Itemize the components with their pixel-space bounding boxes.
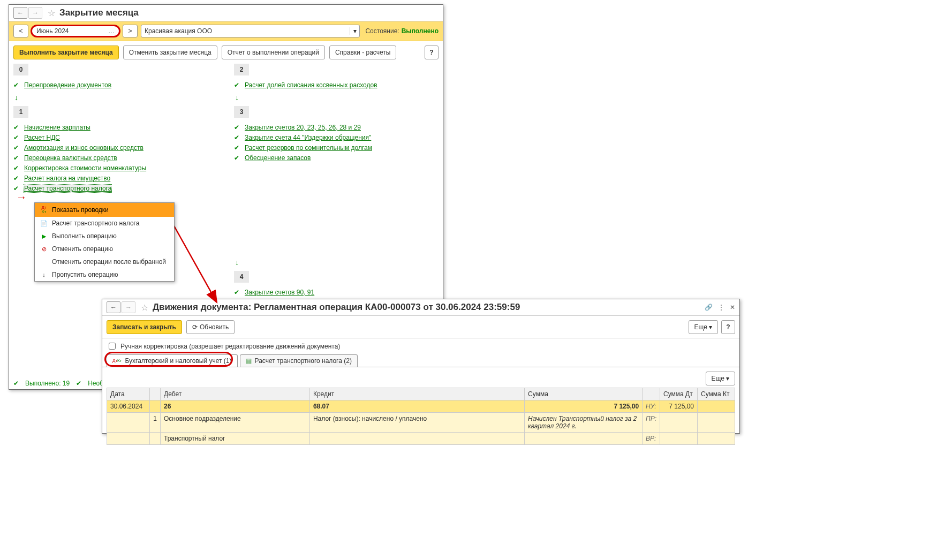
check-icon: ✔ <box>234 124 241 131</box>
dropdown-icon[interactable]: ▾ <box>350 27 359 35</box>
table-row[interactable]: Транспортный налог ВР: <box>107 433 735 445</box>
cell-credit-value: 68.07 <box>313 403 329 410</box>
check-icon: ✔ <box>234 134 241 141</box>
check-icon: ✔ <box>13 81 21 89</box>
menu-execute-op[interactable]: ▶ Выполнить операцию <box>35 230 174 243</box>
op-indirect-costs[interactable]: Расчет долей списания косвенных расходов <box>245 81 377 89</box>
references-button[interactable]: Справки - расчеты <box>329 46 396 59</box>
period-ellipsis-icon[interactable]: … <box>108 27 115 35</box>
org-select[interactable]: Красивая акация ООО ▾ <box>141 25 360 37</box>
op-vat[interactable]: Расчет НДС <box>24 134 60 141</box>
save-and-close-button[interactable]: Записать и закрыть <box>107 320 182 334</box>
status-line: ✔ Выполнено: 19 ✔ Необхо... <box>13 380 115 387</box>
execute-icon: ▶ <box>39 233 49 240</box>
table-row[interactable]: 1 Основное подразделение Налог (взносы):… <box>107 413 735 433</box>
cell-nu-label: НУ: <box>643 400 660 413</box>
nav-back-button[interactable]: ← <box>13 7 27 19</box>
op-close-44[interactable]: Закрытие счета 44 "Издержки обращения" <box>245 134 371 141</box>
nav-forward-button[interactable]: → <box>28 7 42 19</box>
col-num <box>150 388 161 400</box>
menu-cancel-after[interactable]: Отменить операции после выбранной <box>35 255 174 268</box>
cell-amount-dt <box>660 413 698 433</box>
tab-panel: Еще ▾ Дата Дебет Кредит Сумма Сумма Дт С… <box>102 367 739 449</box>
op-reserves[interactable]: Расчет резервов по сомнительным долгам <box>245 144 372 152</box>
help-button[interactable]: ? <box>425 46 439 59</box>
col-credit: Кредит <box>309 388 524 400</box>
check-icon: ✔ <box>13 175 21 182</box>
nav-back-button[interactable]: ← <box>107 301 120 313</box>
cell-vr-label: ВР: <box>643 433 660 445</box>
more-button[interactable]: Еще ▾ <box>689 320 718 334</box>
period-field[interactable]: Июнь 2024 … <box>31 25 120 37</box>
link-icon[interactable]: 🔗 <box>705 304 713 311</box>
report-button[interactable]: Отчет о выполнении операций <box>222 46 325 59</box>
tab-transport-tax[interactable]: ▦ Расчет транспортного налога (2) <box>240 354 358 367</box>
manual-correction-row: Ручная корректировка (разрешает редактир… <box>102 339 739 353</box>
favorite-star-icon[interactable]: ☆ <box>48 8 55 18</box>
refresh-button[interactable]: ⟳ Обновить <box>186 320 235 334</box>
cancel-icon: ⊘ <box>39 246 49 253</box>
cell-date <box>107 413 150 433</box>
arrow-down-icon: ↓ <box>235 93 439 102</box>
action-bar: Выполнить закрытие месяца Отменить закры… <box>9 41 443 64</box>
check-icon: ✔ <box>13 124 21 131</box>
cell-row-num: 1 <box>150 413 161 433</box>
cell-debit: 26 <box>161 400 310 413</box>
op-close-90-91[interactable]: Закрытие счетов 90, 91 <box>245 289 314 296</box>
op-currency-reval[interactable]: Переоценка валютных средств <box>24 154 117 162</box>
cell-amount-dt <box>660 433 698 445</box>
cell-debit-sub: Основное подразделение <box>161 413 310 433</box>
table-header-row: Дата Дебет Кредит Сумма Сумма Дт Сумма К… <box>107 388 735 400</box>
execute-button[interactable]: Выполнить закрытие месяца <box>13 46 119 59</box>
cancel-close-button[interactable]: Отменить закрытие месяца <box>123 46 217 59</box>
table-row[interactable]: 30.06.2024 26 68.07 7 125,00 НУ: 7 125,0… <box>107 400 735 413</box>
period-next-button[interactable]: > <box>123 25 138 37</box>
cell-amount: 7 125,00 <box>525 400 643 413</box>
close-icon[interactable]: ✕ <box>730 304 735 311</box>
menu-item-label: Расчет транспортного налога <box>52 220 139 227</box>
menu-show-entries[interactable]: ДтКт Показать проводки <box>35 203 174 217</box>
document-icon: 📄 <box>39 220 49 227</box>
arrow-down-icon: ↓ <box>235 258 439 267</box>
cell-amount-kt <box>698 413 735 433</box>
menu-item-label: Выполнить операцию <box>52 232 117 240</box>
favorite-star-icon[interactable]: ☆ <box>141 302 148 313</box>
status-done-label: Выполнено: <box>25 380 61 387</box>
check-icon: ✔ <box>234 154 241 162</box>
menu-item-label: Отменить операцию <box>52 245 113 253</box>
more-button[interactable]: Еще ▾ <box>706 372 735 385</box>
op-reposting-docs[interactable]: Перепроведение документов <box>24 81 111 89</box>
menu-transport-tax-calc[interactable]: 📄 Расчет транспортного налога <box>35 217 174 230</box>
state-label: Состояние: <box>365 27 399 35</box>
window-title: Движения документа: Регламентная операци… <box>153 302 520 313</box>
period-prev-button[interactable]: < <box>13 25 28 37</box>
op-salary[interactable]: Начисление зарплаты <box>24 124 90 131</box>
op-property-tax[interactable]: Расчет налога на имущество <box>24 175 110 182</box>
state-value: Выполнено <box>402 27 439 35</box>
col-amount: Сумма <box>525 388 643 400</box>
op-transport-tax[interactable]: Расчет транспортного налога <box>24 185 111 192</box>
dtkt-icon: ДтКт <box>39 206 49 214</box>
menu-cancel-op[interactable]: ⊘ Отменить операцию <box>35 243 174 255</box>
titlebar: ← → ☆ Движения документа: Регламентная о… <box>102 299 739 316</box>
col-debit: Дебет <box>161 388 310 400</box>
col-date: Дата <box>107 388 150 400</box>
cell-credit-sub: Налог (взносы): начислено / уплачено <box>309 413 524 433</box>
op-cost-correction[interactable]: Корректировка стоимости номенклатуры <box>24 164 146 172</box>
cell-num <box>150 433 161 445</box>
cell-amount-dt: 7 125,00 <box>660 400 698 413</box>
kebab-menu-icon[interactable]: ⋮ <box>718 304 724 311</box>
menu-skip-op[interactable]: ↓ Пропустить операцию <box>35 268 174 281</box>
cell-desc <box>525 433 643 445</box>
tab-accounting[interactable]: ДтКт Бухгалтерский и налоговый учет (1) <box>107 354 238 367</box>
check-icon: ✔ <box>13 154 21 162</box>
op-close-20-29[interactable]: Закрытие счетов 20, 23, 25, 26, 28 и 29 <box>245 124 361 131</box>
op-depreciation[interactable]: Амортизация и износ основных средств <box>24 144 143 152</box>
op-impairment[interactable]: Обесценение запасов <box>245 154 311 162</box>
manual-correction-checkbox[interactable] <box>109 343 116 350</box>
cell-pr-label: ПР: <box>643 413 660 433</box>
nav-forward-button[interactable]: → <box>122 301 135 313</box>
tab-label: Бухгалтерский и налоговый учет (1) <box>125 357 231 365</box>
help-button[interactable]: ? <box>721 320 735 334</box>
status-done-count: 19 <box>63 380 70 387</box>
